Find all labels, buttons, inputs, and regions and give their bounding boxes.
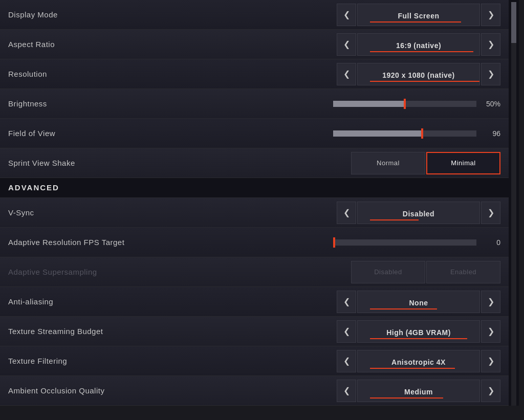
fov-row: Field of View 96 (0, 119, 509, 148)
texture-streaming-value-box: High (4GB VRAM) (357, 320, 480, 343)
texture-filtering-control: ❮ Anisotropic 4X ❯ (337, 350, 500, 372)
display-mode-row: Display Mode ❮ Full Screen ❯ (0, 0, 509, 30)
sprint-view-shake-label: Sprint View Shake (8, 159, 75, 167)
anti-aliasing-label: Anti-aliasing (8, 297, 53, 306)
adaptive-res-label: Adaptive Resolution FPS Target (8, 238, 124, 247)
advanced-section-header: ADVANCED (0, 178, 509, 198)
adaptive-supersampling-control: Disabled Enabled (351, 261, 500, 283)
texture-filtering-value-box: Anisotropic 4X (357, 350, 480, 372)
vsync-prev[interactable]: ❮ (337, 202, 356, 224)
texture-filtering-row: Texture Filtering ❮ Anisotropic 4X ❯ (0, 346, 509, 376)
anti-aliasing-prev[interactable]: ❮ (337, 291, 356, 313)
resolution-prev[interactable]: ❮ (337, 63, 356, 85)
sprint-normal-btn[interactable]: Normal (351, 152, 425, 174)
advanced-header-text: ADVANCED (8, 183, 59, 192)
aspect-ratio-label: Aspect Ratio (8, 40, 55, 49)
adaptive-res-marker (333, 237, 335, 248)
resolution-row: Resolution ❮ 1920 x 1080 (native) ❯ (0, 59, 509, 89)
vsync-label: V-Sync (8, 208, 34, 217)
resolution-next[interactable]: ❯ (481, 63, 500, 85)
adaptive-supersampling-label: Adaptive Supersampling (8, 268, 97, 276)
aspect-ratio-underline (370, 51, 473, 52)
anti-aliasing-value-box: None (357, 291, 480, 313)
texture-filtering-next[interactable]: ❯ (481, 350, 500, 372)
adaptive-supersampling-disabled-btn[interactable]: Disabled (351, 261, 425, 283)
display-mode-value-box: Full Screen (357, 4, 480, 26)
texture-streaming-row: Texture Streaming Budget ❮ High (4GB VRA… (0, 317, 509, 346)
aspect-ratio-value: 16:9 (native) (396, 41, 441, 50)
aspect-ratio-next[interactable]: ❯ (481, 33, 500, 56)
adaptive-res-slider-track[interactable] (333, 239, 476, 246)
fov-value: 96 (483, 129, 500, 138)
scrollbar[interactable] (509, 0, 519, 406)
resolution-value-box: 1920 x 1080 (native) (357, 63, 480, 85)
brightness-control: 50% (333, 100, 500, 108)
texture-streaming-prev[interactable]: ❮ (337, 320, 356, 343)
brightness-row: Brightness 50% (0, 89, 509, 119)
sprint-view-shake-row: Sprint View Shake Normal Minimal (0, 148, 509, 178)
vsync-value: Disabled (403, 210, 434, 218)
adaptive-supersampling-row: Adaptive Supersampling Disabled Enabled (0, 257, 509, 287)
resolution-label: Resolution (8, 70, 47, 78)
aspect-ratio-row: Aspect Ratio ❮ 16:9 (native) ❯ (0, 30, 509, 59)
fov-slider-fill (333, 130, 422, 137)
scrollbar-thumb[interactable] (511, 2, 516, 43)
texture-filtering-prev[interactable]: ❮ (337, 350, 356, 372)
resolution-underline (370, 81, 479, 82)
resolution-control: ❮ 1920 x 1080 (native) ❯ (337, 63, 500, 85)
ambient-occlusion-control: ❮ Medium ❯ (337, 380, 500, 402)
aspect-ratio-value-box: 16:9 (native) (357, 33, 480, 56)
anti-aliasing-row: Anti-aliasing ❮ None ❯ (0, 287, 509, 317)
fov-slider-track[interactable] (333, 130, 476, 137)
texture-streaming-control: ❮ High (4GB VRAM) ❯ (337, 320, 500, 343)
ambient-occlusion-underline (370, 397, 443, 399)
resolution-value: 1920 x 1080 (native) (382, 71, 455, 79)
adaptive-res-row: Adaptive Resolution FPS Target 0 (0, 228, 509, 257)
settings-content: Display Mode ❮ Full Screen ❯ Aspect Rati… (0, 0, 509, 406)
fov-control: 96 (333, 129, 500, 138)
brightness-slider-track[interactable] (333, 101, 476, 107)
fov-label: Field of View (8, 129, 55, 138)
brightness-slider-fill (333, 101, 405, 107)
ambient-occlusion-prev[interactable]: ❮ (337, 380, 356, 402)
fov-slider-thumb (421, 128, 423, 139)
vsync-next[interactable]: ❯ (481, 202, 500, 224)
texture-streaming-label: Texture Streaming Budget (8, 327, 103, 336)
anti-aliasing-value: None (409, 299, 428, 307)
ambient-occlusion-value-box: Medium (357, 380, 480, 402)
adaptive-supersampling-enabled-btn[interactable]: Enabled (426, 261, 500, 283)
display-mode-underline (370, 21, 462, 23)
vsync-value-box: Disabled (357, 202, 480, 224)
vsync-row: V-Sync ❮ Disabled ❯ (0, 198, 509, 228)
display-mode-control: ❮ Full Screen ❯ (337, 4, 500, 26)
aspect-ratio-control: ❮ 16:9 (native) ❯ (337, 33, 500, 56)
ambient-occlusion-row: Ambient Occlusion Quality ❮ Medium ❯ (0, 376, 509, 406)
ambient-occlusion-label: Ambient Occlusion Quality (8, 386, 104, 395)
vsync-control: ❮ Disabled ❯ (337, 202, 500, 224)
ambient-occlusion-value: Medium (404, 388, 433, 396)
display-mode-value: Full Screen (398, 12, 440, 20)
display-mode-prev[interactable]: ❮ (337, 4, 356, 26)
aspect-ratio-prev[interactable]: ❮ (337, 33, 356, 56)
anti-aliasing-control: ❮ None ❯ (337, 291, 500, 313)
texture-streaming-underline (370, 338, 467, 339)
brightness-label: Brightness (8, 99, 47, 108)
settings-scroll-wrapper: Display Mode ❮ Full Screen ❯ Aspect Rati… (0, 0, 524, 406)
texture-filtering-label: Texture Filtering (8, 357, 67, 365)
sprint-view-shake-control: Normal Minimal (351, 152, 500, 174)
sprint-minimal-btn[interactable]: Minimal (426, 152, 500, 174)
scrollbar-track[interactable] (511, 2, 516, 406)
adaptive-res-control: 0 (333, 238, 500, 247)
display-mode-next[interactable]: ❯ (481, 4, 500, 26)
ambient-occlusion-next[interactable]: ❯ (481, 380, 500, 402)
texture-filtering-value: Anisotropic 4X (391, 358, 446, 366)
brightness-value: 50% (483, 100, 500, 108)
vsync-underline (370, 219, 419, 220)
texture-filtering-underline (370, 368, 455, 369)
anti-aliasing-next[interactable]: ❯ (481, 291, 500, 313)
anti-aliasing-underline (370, 308, 437, 310)
texture-streaming-value: High (4GB VRAM) (386, 328, 451, 337)
texture-streaming-next[interactable]: ❯ (481, 320, 500, 343)
display-mode-label: Display Mode (8, 10, 58, 19)
brightness-slider-thumb (404, 99, 406, 109)
